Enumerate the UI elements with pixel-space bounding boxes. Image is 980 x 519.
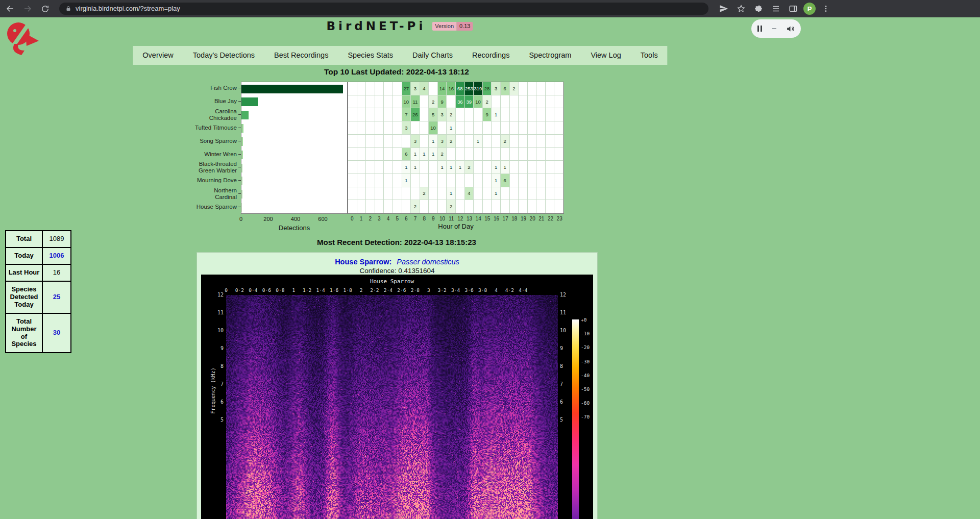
axis-tick: 9	[429, 216, 438, 221]
heatmap-cell	[528, 174, 537, 187]
volume-icon[interactable]	[786, 24, 795, 33]
heatmap-cell	[465, 148, 474, 161]
send-icon	[719, 4, 728, 13]
heatmap-cell: 1	[402, 161, 411, 174]
url-bar[interactable]: virginia.birdnetpi.com/?stream=play	[59, 3, 708, 15]
stats-value-link[interactable]: 1006	[42, 248, 71, 264]
stats-value-link[interactable]: 25	[42, 281, 71, 313]
heatmap-cell: 1	[447, 161, 456, 174]
heatmap-cell	[375, 121, 384, 135]
spectrogram-x-tick: 2·8	[411, 287, 420, 293]
heatmap-cell	[384, 161, 393, 174]
browser-menu-button[interactable]	[819, 2, 833, 16]
nav-item-today-s-detections[interactable]: Today's Detections	[183, 46, 264, 65]
detection-species-link[interactable]: House Sparrow:	[335, 258, 391, 266]
heatmap-cell: 2	[510, 82, 519, 95]
species-label: Mourning Dove	[124, 174, 241, 187]
nav-item-best-recordings[interactable]: Best Recordings	[264, 46, 338, 65]
heatmap-cell	[510, 148, 519, 161]
detection-panel: House Sparrow: Passer domesticus Confide…	[197, 252, 598, 519]
spectrogram-x-tick: 0	[225, 287, 228, 293]
heatmap-cell	[528, 135, 537, 148]
extensions-button[interactable]	[751, 2, 766, 16]
profile-avatar[interactable]: P	[803, 3, 816, 15]
heatmap-cell	[393, 121, 402, 135]
stats-value-link[interactable]: 30	[42, 313, 71, 353]
heatmap-cell: 1	[456, 161, 465, 174]
heatmap-cell	[375, 174, 384, 187]
heatmap-cell: 4	[420, 82, 429, 95]
species-label: Tufted Titmouse	[124, 121, 241, 135]
axis-tick: 13	[465, 216, 474, 221]
version-badge-label: Version	[432, 22, 457, 31]
spectrogram-x-tick: 1·4	[316, 287, 325, 293]
stats-row: Last Hour16	[6, 264, 71, 281]
spectrogram-panel: House Sparrow 00·20·40·60·811·21·41·61·8…	[201, 275, 593, 519]
heatmap-cell	[456, 108, 465, 121]
back-button[interactable]	[3, 2, 17, 16]
side-panel-button[interactable]	[786, 2, 800, 16]
reload-button[interactable]	[38, 2, 52, 16]
nav-item-tools[interactable]: Tools	[631, 46, 668, 65]
spectrogram-x-tick: 4·4	[519, 287, 527, 293]
padlock-icon	[65, 5, 71, 12]
heatmap: 2734141668253319283621011293639102726532…	[348, 82, 564, 214]
heatmap-cell	[510, 108, 519, 121]
heatmap-cell	[402, 187, 411, 201]
colorbar-tick: -40	[581, 373, 590, 378]
nav-item-recordings[interactable]: Recordings	[462, 46, 519, 65]
axis-tick: 0	[348, 216, 357, 221]
axis-tick: 23	[555, 216, 564, 221]
spectrogram-x-tick: 0·8	[276, 287, 284, 293]
heatmap-cell: 6	[402, 148, 411, 161]
audio-player[interactable]	[751, 19, 801, 38]
stats-table: Total1089Today1006Last Hour16Species Det…	[5, 230, 71, 353]
heatmap-cell	[554, 95, 564, 109]
stats-label: Last Hour	[6, 264, 42, 281]
heatmap-cell	[536, 82, 546, 95]
heatmap-cell: 5	[429, 108, 438, 121]
axis-tick: 4	[384, 216, 393, 221]
nav-item-spectrogram[interactable]: Spectrogram	[519, 46, 581, 65]
back-icon	[6, 4, 15, 13]
nav-item-view-log[interactable]: View Log	[581, 46, 630, 65]
forward-button[interactable]	[20, 2, 35, 16]
bar	[241, 111, 249, 119]
colorbar-tick: -60	[581, 400, 590, 406]
audio-timeline[interactable]	[772, 28, 776, 29]
heatmap-cell	[536, 108, 546, 121]
heatmap-cell	[492, 148, 501, 161]
stats-value: 1089	[42, 231, 71, 248]
heatmap-cell	[519, 161, 528, 174]
axis-tick: 22	[546, 216, 555, 221]
reload-icon	[41, 5, 50, 13]
heatmap-cell	[384, 82, 393, 95]
heatmap-cell	[411, 187, 420, 201]
pause-button[interactable]	[757, 26, 762, 32]
nav-item-overview[interactable]: Overview	[133, 46, 183, 65]
heatmap-cell	[519, 82, 528, 95]
heatmap-cell: 10	[474, 95, 483, 109]
heatmap-cell	[375, 187, 384, 201]
heatmap-cell	[384, 121, 393, 135]
heatmap-cell	[554, 108, 564, 121]
nav-item-daily-charts[interactable]: Daily Charts	[403, 46, 462, 65]
heatmap-cell	[366, 135, 375, 148]
species-label: Blue Jay	[124, 95, 241, 108]
tab-list-button[interactable]	[769, 2, 783, 16]
heatmap-cell	[402, 200, 411, 213]
heatmap-cell	[536, 148, 546, 161]
detections-axis-label: Detections	[241, 224, 348, 232]
heatmap-cell	[501, 108, 510, 121]
heatmap-cell	[474, 187, 483, 201]
send-button[interactable]	[717, 2, 731, 16]
heatmap-cell: 2	[447, 200, 456, 213]
heatmap-cell	[536, 95, 546, 109]
heatmap-cell	[348, 174, 357, 187]
forward-icon	[23, 4, 32, 13]
bookmark-star-button[interactable]	[734, 2, 748, 16]
nav-item-species-stats[interactable]: Species Stats	[338, 46, 403, 65]
heatmap-cell	[483, 135, 492, 148]
heatmap-cell	[420, 108, 429, 121]
heatmap-cell: 253	[465, 82, 474, 95]
